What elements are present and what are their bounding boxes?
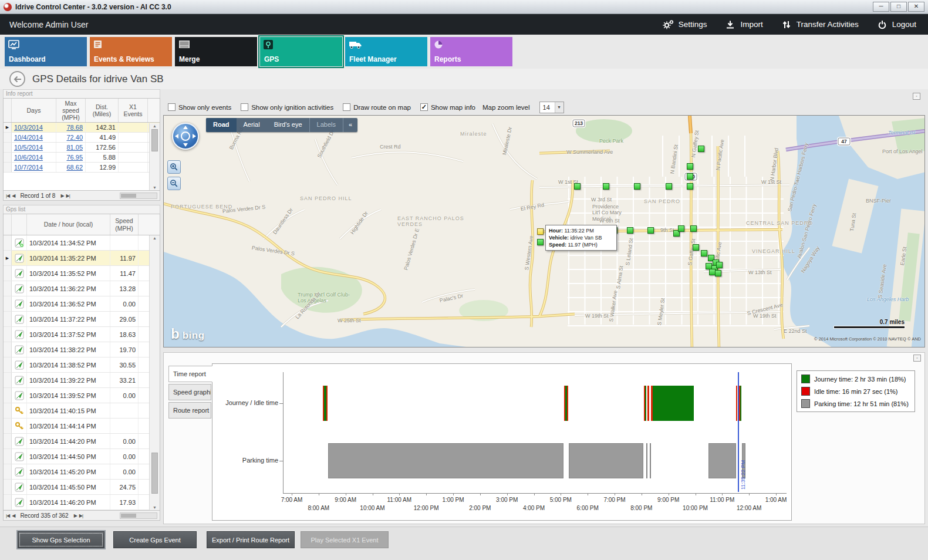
nav-tile-reports[interactable]: Reports (430, 37, 512, 66)
scroll-down-icon[interactable]: ▼ (150, 505, 160, 510)
chart-panel-collapse-button[interactable]: ▫ (913, 355, 921, 362)
prev-page-icon[interactable]: ◀ (12, 513, 15, 518)
map-view-aerial[interactable]: Aerial (237, 118, 267, 132)
gps-list-row[interactable]: 10/3/2014 11:44:50 PM0.00 (4, 449, 160, 464)
scroll-up-icon[interactable]: ▲ (150, 236, 160, 240)
max-speed-link[interactable]: 72.40 (56, 133, 86, 142)
gps-pager-scrollbar[interactable] (120, 512, 157, 519)
day-link[interactable]: 10/4/2014 (12, 133, 56, 142)
gps-list-row[interactable]: 10/3/2014 11:36:52 PM0.00 (4, 296, 160, 312)
max-speed-link[interactable]: 76.95 (56, 153, 86, 162)
gps-vertical-scrollbar[interactable]: ▲ ▼ (149, 235, 160, 510)
zoom-out-button[interactable] (167, 177, 181, 190)
max-speed-link[interactable]: 68.62 (56, 163, 86, 172)
scrollbar-thumb[interactable] (121, 514, 136, 518)
last-page-icon[interactable]: ▶| (79, 513, 83, 518)
scroll-up-icon[interactable]: ▲ (150, 124, 160, 128)
topbar-action-settings[interactable]: Settings (663, 20, 707, 29)
gps-marker[interactable] (698, 146, 704, 152)
col-x1-events[interactable]: X1 Events (119, 99, 148, 122)
gps-marker[interactable] (574, 183, 581, 190)
map-view-labels[interactable]: Labels (309, 118, 343, 132)
checkbox-show-map-info[interactable]: Show map info (420, 103, 475, 111)
gps-list-row[interactable]: 10/3/2014 11:35:52 PM11.47 (4, 266, 160, 281)
gps-marker[interactable] (537, 239, 544, 245)
checkbox-show-only-events[interactable]: Show only events (168, 103, 231, 111)
gps-marker[interactable] (690, 225, 697, 232)
gps-marker[interactable] (647, 227, 654, 234)
nav-tile-dashboard[interactable]: Dashboard (5, 37, 87, 66)
max-speed-link[interactable]: 81.05 (56, 143, 86, 152)
info-report-row[interactable]: 10/7/201468.6212.99 (4, 163, 160, 173)
gps-marker[interactable] (627, 227, 633, 234)
last-page-icon[interactable]: ▶| (66, 193, 70, 198)
gps-marker[interactable] (687, 173, 693, 180)
maximize-icon[interactable]: □ (890, 2, 907, 12)
col-days[interactable]: Days (12, 99, 56, 122)
scroll-down-icon[interactable]: ▼ (150, 185, 160, 190)
map-panel-collapse-button[interactable]: ▫ (913, 93, 920, 100)
nav-tile-merge[interactable]: Merge (175, 37, 257, 66)
tab-speed-graphic[interactable]: Speed graphic (168, 384, 211, 400)
gps-list-row[interactable]: 10/3/2014 11:34:52 PM (4, 235, 160, 251)
chevron-down-icon[interactable]: ▼ (555, 102, 563, 113)
gps-marker[interactable] (716, 262, 723, 268)
map-view-bird-s-eye[interactable]: Bird's eye (267, 118, 309, 132)
info-report-row[interactable]: 10/5/201481.05172.56 (4, 143, 160, 153)
pan-down-icon[interactable] (183, 143, 188, 147)
topbar-action-import[interactable]: Import (724, 20, 762, 29)
info-report-row[interactable]: ▶10/3/201478.68142.31 (4, 123, 160, 133)
first-page-icon[interactable]: |◀ (6, 513, 9, 518)
gps-list-row[interactable]: 10/3/2014 11:45:20 PM0.00 (4, 464, 160, 480)
gps-list-row[interactable]: 10/3/2014 11:40:15 PM (4, 403, 160, 419)
next-page-icon[interactable]: ▶ (60, 193, 63, 198)
gps-marker[interactable] (715, 270, 721, 276)
max-speed-link[interactable]: 78.68 (56, 123, 86, 132)
show-gps-selection-button[interactable]: Show Gps Selection (18, 531, 104, 548)
close-icon[interactable]: ✕ (908, 2, 924, 12)
info-vertical-scrollbar[interactable]: ▲ ▼ (149, 123, 160, 190)
gps-marker[interactable] (603, 183, 609, 190)
gps-list-row[interactable]: 10/3/2014 11:36:22 PM13.28 (4, 281, 160, 296)
gps-list-row[interactable]: 10/3/2014 11:38:52 PM30.55 (4, 357, 160, 373)
gps-list-row[interactable]: 10/3/2014 11:46:20 PM17.93 (4, 495, 160, 510)
prev-page-icon[interactable]: ◀ (12, 193, 15, 198)
checkbox-icon[interactable] (420, 103, 428, 111)
gps-marker[interactable] (693, 244, 699, 251)
day-link[interactable]: 10/6/2014 (12, 153, 56, 162)
pan-up-icon[interactable] (183, 126, 188, 129)
col-datetime[interactable]: Date / hour (local) (27, 214, 110, 235)
topbar-action-logout[interactable]: Logout (876, 20, 916, 29)
checkbox-icon[interactable] (168, 103, 176, 111)
day-link[interactable]: 10/5/2014 (12, 143, 56, 152)
gps-list-row[interactable]: 10/3/2014 11:44:20 PM0.00 (4, 434, 160, 449)
gps-list-row[interactable]: 10/3/2014 11:39:22 PM33.21 (4, 373, 160, 388)
nav-tile-events-reviews[interactable]: Events & Reviews (90, 37, 172, 66)
map-viewbar-collapse-button[interactable]: « (343, 118, 357, 132)
col-dist[interactable]: Dist. (Miles) (86, 99, 119, 122)
pan-right-icon[interactable] (193, 134, 196, 139)
day-link[interactable]: 10/3/2014 (12, 123, 56, 132)
map-compass-control[interactable] (172, 123, 199, 150)
gps-list-row[interactable]: 10/3/2014 11:39:52 PM0.00 (4, 388, 160, 403)
export-print-route-report-button[interactable]: Export / Print Route Report (207, 531, 295, 548)
checkbox-icon[interactable] (343, 103, 350, 111)
map-view-road[interactable]: Road (206, 118, 237, 132)
pan-left-icon[interactable] (175, 134, 178, 139)
col-max-speed[interactable]: Max speed (MPH) (56, 99, 86, 122)
info-report-row[interactable]: 10/4/201472.4041.49 (4, 133, 160, 143)
col-speed[interactable]: Speed (MPH) (110, 214, 139, 235)
gps-list-row[interactable]: 10/3/2014 11:45:50 PM24.75 (4, 480, 160, 495)
first-page-icon[interactable]: |◀ (6, 193, 9, 198)
scrollbar-thumb[interactable] (121, 194, 136, 198)
tab-time-report[interactable]: Time report (168, 366, 212, 382)
map-zoom-level-select[interactable]: 14▼ (539, 102, 564, 113)
checkbox-draw-route-on-map[interactable]: Draw route on map (343, 103, 411, 111)
map-canvas[interactable]: MiralestePeck ParkW Summerland AveCrest … (163, 115, 925, 348)
gps-marker[interactable] (687, 183, 693, 190)
minimize-icon[interactable]: ─ (873, 2, 889, 12)
gps-marker[interactable] (634, 183, 640, 190)
tab-route-report[interactable]: Route report (168, 402, 211, 419)
gps-list-row[interactable]: 10/3/2014 11:38:22 PM19.70 (4, 342, 160, 357)
scrollbar-thumb[interactable] (151, 453, 158, 494)
